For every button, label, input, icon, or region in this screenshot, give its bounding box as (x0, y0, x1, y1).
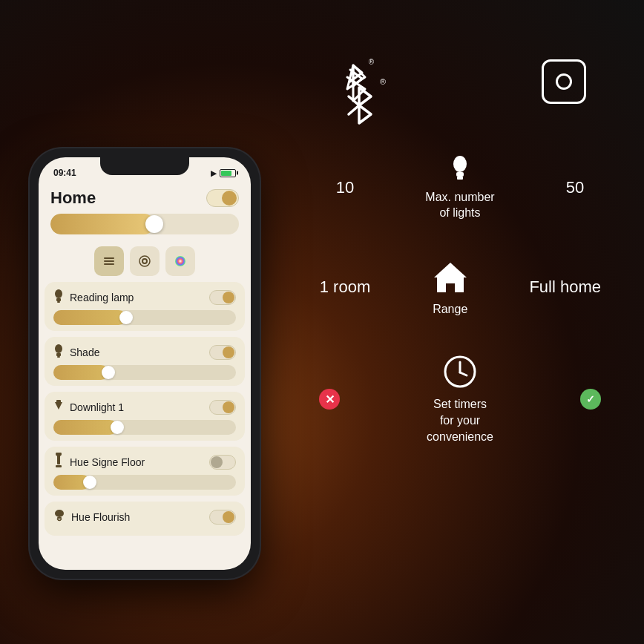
light-row: Hue Flourish (53, 507, 236, 527)
clock-icon (441, 353, 479, 390)
bt-timer-status: ✕ (319, 389, 340, 410)
svg-point-6 (55, 289, 62, 298)
light-list: Reading lamp (39, 282, 251, 536)
slider-thumb (83, 476, 96, 489)
home-toggle[interactable] (206, 189, 239, 207)
timers-line1: Set timers (427, 396, 493, 413)
slider-thumb (111, 421, 124, 434)
brightness-fill (50, 214, 154, 234)
bridge-icon (542, 59, 586, 104)
bulb-icon-reading (53, 288, 64, 307)
phone-notch (100, 157, 189, 175)
light-slider-shade[interactable] (53, 365, 236, 380)
svg-rect-20 (456, 172, 464, 177)
max-lights-center: Max. number of lights (425, 154, 494, 221)
brightness-thumb (145, 215, 163, 233)
bridge-max-lights: 50 (549, 178, 601, 197)
svg-rect-8 (57, 301, 60, 303)
max-lights-row: 10 Max. number of lights 50 (304, 154, 616, 221)
light-slider-signe[interactable] (53, 475, 236, 490)
svg-rect-18 (57, 517, 62, 519)
light-slider-reading[interactable] (53, 310, 236, 325)
light-left: Hue Signe Floor (53, 453, 145, 472)
house-icon (431, 258, 470, 297)
max-lights-label: Max. number of lights (425, 190, 494, 221)
light-slider-downlight[interactable] (53, 420, 236, 435)
app-header: Home (39, 183, 251, 234)
light-item-shade: Shade (45, 337, 245, 386)
light-row: Hue Signe Floor (53, 453, 236, 472)
light-item-signe: Hue Signe Floor (45, 447, 245, 496)
brightness-slider[interactable] (50, 214, 239, 234)
light-toggle-downlight[interactable] (209, 400, 236, 415)
timers-row: ✕ Set timers for your convenience ✓ (304, 353, 616, 446)
svg-rect-15 (56, 465, 62, 467)
bt-range: 1 room (319, 277, 371, 297)
light-left: Downlight 1 (53, 398, 124, 417)
toggle-thumb (211, 456, 223, 468)
light-row: Downlight 1 (53, 398, 236, 417)
signe-icon (53, 453, 64, 472)
svg-point-19 (453, 156, 467, 172)
light-name-flourish: Hue Flourish (71, 511, 130, 523)
light-left: Reading lamp (53, 288, 134, 307)
bluetooth-real-icon: ® (338, 80, 380, 135)
bt-max-lights: 10 (319, 178, 371, 197)
light-item-flourish: Hue Flourish (45, 502, 245, 536)
range-center: Range (431, 258, 470, 316)
svg-point-4 (139, 256, 150, 266)
toggle-thumb (223, 401, 234, 413)
app-title: Home (50, 188, 96, 208)
downlight-icon (53, 398, 64, 417)
slider-thumb (119, 311, 133, 324)
svg-marker-22 (434, 263, 467, 292)
light-toggle-reading[interactable] (209, 290, 236, 305)
bridge-range: Full home (529, 277, 601, 297)
battery-icon (220, 169, 236, 177)
bulb-icon (451, 154, 469, 184)
light-left: Hue Flourish (53, 507, 130, 527)
toggle-thumb (223, 292, 234, 303)
max-lights-line1: Max. number (425, 190, 494, 206)
light-toggle-flourish[interactable] (209, 510, 236, 525)
app-title-row: Home (50, 188, 239, 208)
phone-screen: 09:41 ▶ Home (39, 157, 251, 570)
light-toggle-shade[interactable] (209, 345, 236, 360)
scene-color-btn[interactable] (165, 246, 195, 276)
light-name-downlight: Downlight 1 (70, 401, 124, 413)
toggle-thumb (223, 511, 234, 523)
timers-line2: for your (427, 413, 493, 429)
status-icons: ▶ (211, 169, 236, 177)
toggle-thumb (222, 191, 237, 206)
phone-mockup: 09:41 ▶ Home (30, 148, 275, 579)
signal-icon: ▶ (211, 169, 217, 177)
slider-fill (53, 420, 117, 435)
svg-rect-7 (56, 298, 61, 301)
svg-rect-0 (104, 257, 114, 259)
light-row: Shade (53, 343, 236, 362)
bridge-box (542, 59, 586, 110)
svg-point-9 (55, 344, 62, 353)
scene-bar (39, 240, 251, 282)
phone-outer-shell: 09:41 ▶ Home (30, 148, 260, 579)
timers-line3: convenience (427, 429, 493, 445)
flourish-icon (53, 507, 65, 527)
light-toggle-signe[interactable] (209, 455, 236, 470)
scene-settings-btn[interactable] (130, 246, 160, 276)
light-item-downlight: Downlight 1 (45, 392, 245, 441)
light-left: Shade (53, 343, 99, 362)
light-row: Reading lamp (53, 288, 236, 307)
svg-rect-21 (457, 177, 463, 180)
svg-point-3 (142, 259, 147, 263)
max-lights-line2: of lights (425, 206, 494, 221)
registered-mark: ® (369, 58, 374, 66)
slider-fill (53, 310, 126, 325)
svg-line-25 (460, 372, 467, 375)
light-name-reading: Reading lamp (70, 292, 134, 303)
slider-thumb (102, 366, 115, 379)
light-name-shade: Shade (70, 346, 99, 358)
scene-list-btn[interactable] (94, 246, 124, 276)
bt-registered: ® (380, 77, 386, 86)
bridge-circle (556, 73, 572, 90)
svg-point-16 (56, 453, 62, 456)
